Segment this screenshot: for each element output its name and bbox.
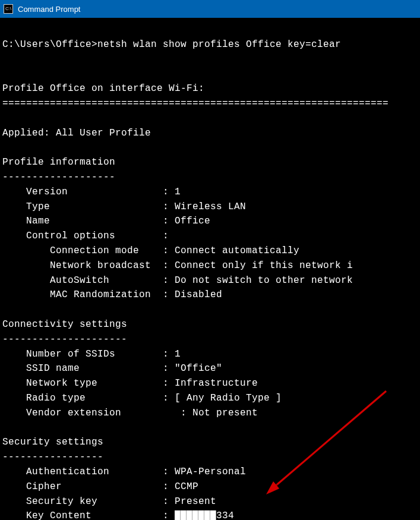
header-divider: ========================================…	[2, 98, 389, 109]
row-label: Cipher	[2, 481, 62, 492]
row-sep: :	[109, 275, 175, 286]
prompt-path: C:\Users\Office>	[2, 39, 97, 50]
security-title: Security settings	[2, 437, 103, 447]
row-sep: :	[151, 289, 175, 300]
row-label: Network type	[2, 378, 97, 389]
window-titlebar[interactable]: C:\ Command Prompt	[0, 0, 420, 18]
window-title: Command Prompt	[18, 5, 80, 14]
row-sep: :	[151, 260, 175, 271]
row-sep: :	[121, 408, 192, 418]
row-value: [ Any Radio Type ]	[175, 393, 282, 404]
row-sep: :	[115, 349, 175, 360]
applied-line: Applied: All User Profile	[2, 128, 151, 138]
row-label: Vendor extension	[2, 408, 121, 418]
row-value: Connect only if this network i	[175, 260, 353, 271]
row-label: Number of SSIDs	[2, 349, 115, 360]
cmd-icon: C:\	[4, 4, 13, 14]
row-sep: :	[50, 216, 175, 226]
profile-info-divider: -------------------	[2, 172, 115, 182]
profile-info-title: Profile information	[2, 157, 115, 168]
row-sep: :	[139, 245, 175, 256]
row-sep: :	[109, 467, 175, 477]
connectivity-divider: ---------------------	[2, 334, 127, 345]
row-label: Network broadcast	[2, 260, 151, 271]
row-sep: :	[115, 231, 169, 241]
row-label: MAC Randomization	[2, 289, 151, 300]
row-value: CCMP	[175, 481, 198, 492]
row-value: ███████334	[175, 510, 234, 520]
row-label: Version	[2, 187, 68, 197]
row-label: Authentication	[2, 467, 109, 477]
row-label: Radio type	[2, 393, 86, 404]
row-value: Infrastructure	[175, 378, 258, 389]
row-label: Name	[2, 216, 50, 226]
row-sep: :	[68, 187, 175, 197]
row-sep: :	[97, 496, 175, 507]
row-value: Present	[175, 496, 216, 507]
row-value: Disabled	[175, 289, 222, 300]
row-value: Office	[175, 216, 210, 226]
row-label: AutoSwitch	[2, 275, 109, 286]
row-value: "Office"	[175, 363, 222, 374]
row-value: Wireless LAN	[175, 201, 246, 212]
row-value: 1	[175, 187, 181, 197]
row-sep: :	[80, 363, 175, 374]
row-sep: :	[86, 393, 175, 404]
row-sep: :	[91, 510, 175, 520]
terminal-output[interactable]: C:\Users\Office>netsh wlan show profiles…	[0, 18, 420, 520]
row-label: SSID name	[2, 363, 80, 374]
row-value: 1	[175, 349, 181, 360]
profile-header: Profile Office on interface Wi-Fi:	[2, 83, 204, 94]
row-label: Connection mode	[2, 245, 139, 256]
row-value: Do not switch to other network	[175, 275, 353, 286]
row-value: WPA-Personal	[175, 467, 246, 477]
row-label: Type	[2, 201, 50, 212]
row-sep: :	[50, 201, 175, 212]
row-sep: :	[97, 378, 175, 389]
row-value: Connect automatically	[175, 245, 299, 256]
security-divider: -----------------	[2, 452, 103, 462]
connectivity-title: Connectivity settings	[2, 319, 127, 330]
row-label: Security key	[2, 496, 97, 507]
row-label: Key Content	[2, 510, 91, 520]
command-text: netsh wlan show profiles Office key=clea…	[97, 39, 341, 50]
row-value: Not present	[192, 408, 258, 418]
row-label: Control options	[2, 231, 115, 241]
row-sep: :	[62, 481, 175, 492]
